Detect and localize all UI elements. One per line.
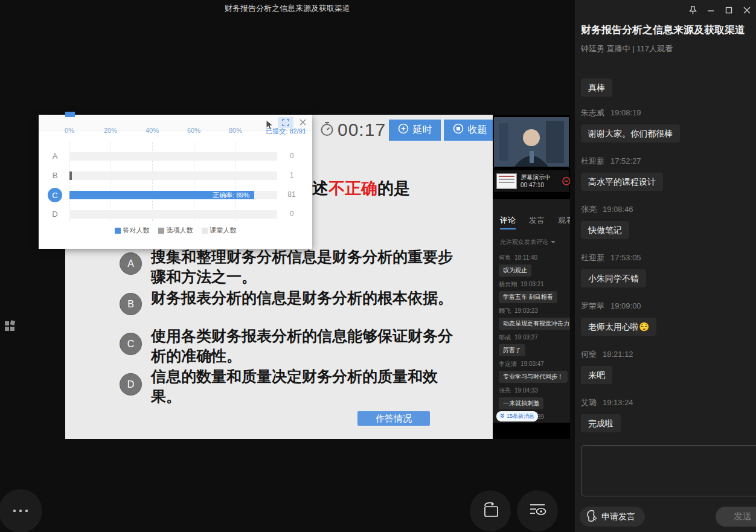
tab-comments[interactable]: 评论 — [500, 215, 516, 229]
comment-list[interactable]: 何奂18:11:40 叹为观止 杨云翔19:03:21 学富五车 刮目相看 顾飞… — [493, 246, 570, 423]
comment-time: 19:04:33 — [514, 387, 538, 394]
comment-item: 顾飞19:03:23 动态呈现更有视觉冲击力 — [499, 307, 566, 330]
maximize-icon[interactable] — [723, 5, 734, 16]
pin-icon[interactable] — [687, 5, 698, 16]
stream-side-column: 屏幕演示中 00:47:10 评论 发言 观看 允许观众发表评论 何奂18:11… — [493, 115, 570, 439]
poll-bar-a — [69, 152, 277, 161]
poll-row-label-c: C — [48, 188, 62, 202]
option-text-d: 信息的数量和质量决定财务分析的质量和效果。 — [151, 367, 454, 406]
option-text-b: 财务报表分析的信息是财务分析的根本依据。 — [151, 288, 454, 308]
quiz-timer: 00:17 延时 收题 — [319, 118, 496, 141]
comment-bubble: 动态呈现更有视觉冲击力 — [499, 318, 570, 330]
chat-time: 17:52:27 — [610, 156, 641, 165]
answer-status-button[interactable]: 作答情况 — [357, 411, 430, 426]
correct-rate-label: 正确率: 89% — [213, 191, 254, 200]
close-icon[interactable] — [300, 118, 306, 127]
chat-message: 杜迎新17:53:05 小朱同学不错 — [581, 252, 755, 287]
poll-value-c: 81 — [281, 190, 302, 199]
chat-input[interactable] — [581, 446, 756, 496]
more-options-button[interactable] — [0, 489, 42, 532]
viewer-list-button[interactable] — [517, 490, 558, 531]
comment-author: 何奂 — [499, 254, 511, 261]
chevron-down-icon — [551, 241, 556, 243]
poll-results-window: 0% 20% 40% 60% 80% 已提交: 82/91 A 0 B 1 C … — [39, 115, 312, 249]
option-badge-d: D — [120, 373, 142, 396]
stop-share-icon[interactable] — [562, 176, 570, 188]
apps-grid-icon[interactable] — [4, 319, 17, 332]
stop-circle-icon — [453, 123, 464, 136]
chat-bubble: 小朱同学不错 — [581, 269, 646, 287]
fullscreen-icon[interactable] — [278, 117, 293, 128]
plus-circle-icon — [398, 123, 409, 136]
chat-author: 何燊 — [581, 350, 597, 359]
chat-message: 何燊18:21:12 来吧 — [581, 349, 755, 384]
screen-share-duration: 00:47:10 — [521, 181, 551, 189]
present-window-icon — [480, 501, 501, 521]
comment-author: 张亮 — [499, 387, 511, 394]
comment-time: 19:03:23 — [514, 307, 538, 314]
poll-bar-b — [69, 171, 277, 180]
poll-bar-d — [69, 210, 277, 219]
new-messages-pill[interactable]: 15条新消息 — [496, 411, 538, 421]
comment-time: 19:03:47 — [521, 361, 544, 367]
switch-presentation-button[interactable] — [470, 490, 511, 531]
chat-bubble: 真棒 — [581, 79, 612, 97]
presenter-video-thumbnail[interactable] — [494, 117, 569, 167]
poll-bar-c: 正确率: 89% — [69, 191, 277, 199]
tab-speak[interactable]: 发言 — [529, 215, 545, 229]
chat-message: 朱志威19:08:19 谢谢大家。你们都很棒 — [581, 107, 755, 143]
comment-time: 19:03:21 — [521, 281, 544, 287]
comment-item: 杨云翔19:03:21 学富五车 刮目相看 — [499, 280, 566, 303]
page-title: 财务报告分析之信息来源及获取渠道 — [0, 3, 575, 14]
chat-author: 罗荣翠 — [581, 301, 604, 310]
tab-viewers[interactable]: 观看 — [558, 215, 570, 229]
stream-title: 财务报告分析之信息来源及获取渠道 — [581, 23, 752, 37]
send-button[interactable]: 发送 — [716, 507, 756, 527]
chat-message-list[interactable]: 真棒 朱志威19:08:19 谢谢大家。你们都很棒 杜迎新17:52:27 高水… — [581, 79, 755, 438]
comment-item: 邬成19:03:27 厉害了 — [499, 333, 566, 356]
chat-message: 艾璐19:13:24 完成啦 — [581, 397, 755, 432]
comment-bubble: 一来就抽刺激 — [499, 397, 543, 409]
comment-author: 顾飞 — [499, 307, 511, 314]
comment-item: 张亮19:04:33 一来就抽刺激 — [499, 386, 566, 409]
chat-author: 朱志威 — [581, 108, 604, 117]
minimize-icon[interactable] — [705, 5, 716, 16]
chat-bubble: 快做笔记 — [581, 221, 629, 239]
poll-value-a: 0 — [281, 152, 302, 160]
list-eye-icon — [527, 501, 548, 521]
embedded-comment-panel: 评论 发言 观看 允许观众发表评论 何奂18:11:40 叹为观止 杨云翔19:… — [493, 199, 570, 423]
chat-bubble: 来吧 — [581, 366, 612, 384]
question-text: 述不正确的是 — [312, 178, 410, 199]
comment-bubble: 厉害了 — [499, 344, 525, 356]
comment-item: 李定清19:03:47 专业学习与时代同步！ — [499, 360, 566, 383]
comment-author: 邬成 — [499, 334, 511, 341]
poll-value-b: 1 — [281, 171, 302, 179]
comment-bubble: 学富五车 刮目相看 — [499, 291, 557, 303]
chat-bubble: 谢谢大家。你们都很棒 — [581, 124, 680, 143]
close-icon[interactable] — [742, 5, 752, 16]
apply-speak-button[interactable]: 申请发言 — [580, 507, 645, 527]
chat-time: 19:08:19 — [610, 108, 641, 117]
chat-time: 19:13:24 — [603, 398, 633, 407]
chat-time: 19:08:46 — [603, 205, 633, 214]
poll-value-d: 0 — [281, 210, 302, 218]
poll-row-label-b: B — [48, 171, 62, 180]
option-text-a: 搜集和整理财务分析信息是财务分析的重要步骤和方法之一。 — [151, 247, 454, 287]
chat-author: 杜迎新 — [581, 156, 604, 165]
poll-row-label-a: A — [48, 152, 62, 161]
chat-input-box — [581, 445, 756, 496]
screen-share-status-row: 屏幕演示中 00:47:10 — [494, 170, 569, 192]
option-badge-b: B — [120, 293, 142, 315]
option-badge-a: A — [120, 252, 142, 275]
legend-swatch-correct — [115, 228, 121, 234]
comment-item: 何奂18:11:40 叹为观止 — [499, 254, 566, 277]
comment-time: 18:11:40 — [514, 254, 537, 261]
comment-permission-dropdown[interactable]: 允许观众发表评论 — [493, 229, 570, 246]
collect-question-button[interactable]: 收题 — [444, 120, 496, 141]
chat-time: 19:09:00 — [610, 301, 641, 310]
slide-edge-marker — [65, 112, 75, 117]
extend-time-button[interactable]: 延时 — [389, 120, 441, 141]
chat-message: 罗荣翠19:09:00 老师太用心啦😌 — [581, 301, 755, 336]
screen-share-status: 屏幕演示中 — [521, 173, 551, 181]
chat-author: 杜迎新 — [581, 253, 604, 262]
